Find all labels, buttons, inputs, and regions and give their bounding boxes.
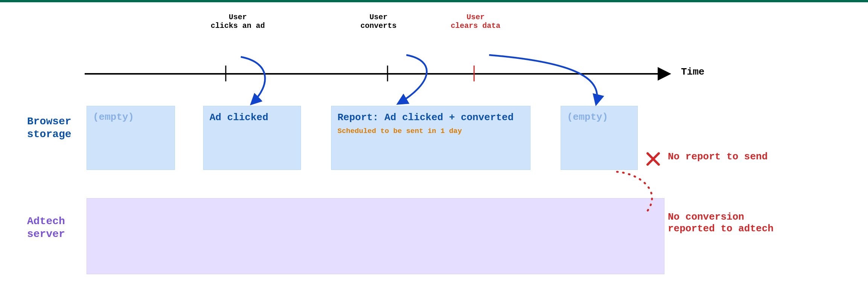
event-user-clicks-ad: User clicks an ad <box>211 13 265 30</box>
cross-icon <box>645 151 661 167</box>
storage-box-report-title: Report: Ad clicked + converted <box>337 112 524 124</box>
event-user-clicks-ad-text: User clicks an ad <box>211 13 265 30</box>
diagram-stage: User clicks an ad User converts User cle… <box>0 2 868 304</box>
storage-box-empty-2: (empty) <box>561 106 638 170</box>
layer-label-browser-storage-text: Browser storage <box>27 116 71 140</box>
storage-box-empty-2-text: (empty) <box>567 112 608 123</box>
layer-label-adtech-server-text: Adtech server <box>27 215 65 240</box>
axis-time-label: Time <box>681 66 704 78</box>
event-user-converts-text: User converts <box>360 13 397 30</box>
event-user-clears-data-text: User clears data <box>451 13 500 30</box>
arrow-clear-to-storage <box>489 55 597 103</box>
arrow-click-to-storage <box>241 57 265 103</box>
axis-time-label-text: Time <box>681 66 704 78</box>
annotation-no-conversion-text: No conversion reported to adtech <box>668 211 774 234</box>
layer-label-adtech-server: Adtech server <box>27 215 65 240</box>
arrow-convert-to-storage <box>399 55 427 103</box>
event-user-clears-data: User clears data <box>451 13 500 30</box>
storage-box-report-schedule: Scheduled to be sent in 1 day <box>337 127 524 135</box>
storage-box-empty-1: (empty) <box>87 106 175 170</box>
annotation-no-report-text: No report to send <box>668 151 768 162</box>
storage-box-ad-clicked-text: Ad clicked <box>210 112 295 124</box>
storage-box-ad-clicked: Ad clicked <box>203 106 301 170</box>
event-user-converts: User converts <box>360 13 397 30</box>
adtech-server-band <box>87 198 664 274</box>
storage-box-report: Report: Ad clicked + converted Scheduled… <box>331 106 531 170</box>
annotation-no-report: No report to send <box>668 151 768 163</box>
layer-label-browser-storage: Browser storage <box>27 115 71 141</box>
annotation-no-conversion: No conversion reported to adtech <box>668 211 774 235</box>
storage-box-empty-1-text: (empty) <box>93 112 134 123</box>
